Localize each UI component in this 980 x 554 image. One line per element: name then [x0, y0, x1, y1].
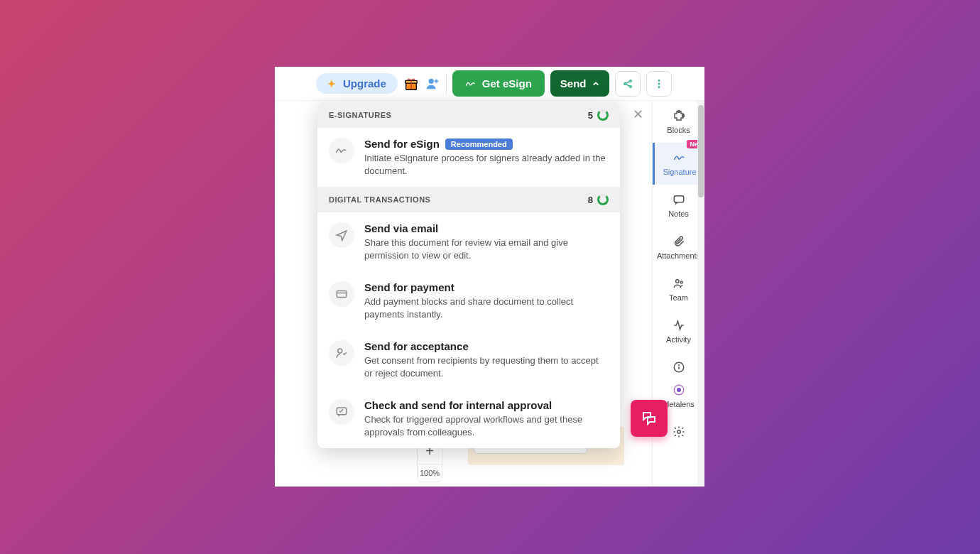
info-icon — [673, 361, 685, 374]
dd-item-title: Send for acceptance — [364, 340, 469, 352]
dd-section-count: 5 — [588, 109, 609, 121]
dd-send-for-esign[interactable]: Send for eSign Recommended Initiate eSig… — [317, 128, 620, 187]
activity-icon — [673, 319, 685, 332]
recommended-badge: Recommended — [445, 138, 513, 150]
dd-internal-approval[interactable]: Check and send for internal approval Che… — [317, 389, 620, 448]
signature-icon — [673, 151, 686, 164]
more-vertical-icon — [653, 78, 665, 89]
dd-item-desc: Get consent from recipients by requestin… — [364, 354, 609, 379]
share-icon — [622, 78, 633, 89]
svg-point-19 — [680, 281, 682, 283]
dd-section-label: DIGITAL TRANSACTIONS — [329, 195, 430, 204]
rail-team-label: Team — [669, 293, 688, 302]
close-panel-button[interactable]: ✕ — [633, 107, 643, 122]
upgrade-button[interactable]: Upgrade — [316, 73, 398, 94]
gift-icon[interactable] — [403, 76, 419, 92]
svg-rect-26 — [337, 291, 347, 298]
chat-bubbles-icon — [641, 410, 658, 427]
svg-point-22 — [678, 365, 679, 366]
dd-section-label: E-SIGNATURES — [329, 111, 391, 119]
dd-section-count: 8 — [588, 194, 609, 205]
dd-count-value: 5 — [588, 110, 593, 121]
send-dropdown: E-SIGNATURES 5 Send for eSign Recommende… — [317, 102, 620, 448]
dd-item-title: Send for payment — [364, 281, 454, 293]
progress-ring-icon — [597, 194, 609, 205]
approval-circle-icon — [329, 399, 354, 425]
team-icon — [673, 277, 685, 290]
rail-activity-label: Activity — [666, 335, 691, 344]
top-toolbar: Upgrade Get eSign Send — [275, 67, 704, 101]
zoom-value: 100% — [418, 464, 442, 482]
svg-line-9 — [626, 81, 629, 83]
rail-signature-label: Signature — [663, 168, 696, 176]
sparkle-icon — [327, 78, 339, 89]
chevron-up-icon — [592, 80, 599, 87]
svg-point-12 — [658, 82, 660, 85]
paperclip-icon — [673, 235, 685, 248]
get-esign-label: Get eSign — [482, 77, 532, 89]
dd-item-desc: Add payment blocks and share document to… — [364, 295, 609, 320]
rail-blocks-label: Blocks — [667, 126, 690, 134]
signature-circle-icon — [329, 138, 354, 163]
svg-point-28 — [338, 349, 342, 353]
dd-item-title: Check and send for internal approval — [364, 399, 552, 411]
rail-scrollbar[interactable] — [697, 101, 704, 487]
send-label: Send — [560, 77, 587, 89]
dd-item-desc: Check for triggered approval workflows a… — [364, 413, 609, 438]
progress-ring-icon — [597, 109, 609, 121]
rail-attachments-label: Attachments — [657, 251, 700, 260]
svg-point-18 — [675, 280, 679, 283]
svg-point-25 — [677, 430, 680, 434]
svg-point-13 — [658, 86, 660, 88]
toolbar-divider — [446, 73, 447, 94]
svg-line-10 — [626, 84, 629, 86]
svg-point-3 — [428, 78, 433, 83]
send-circle-icon — [329, 222, 354, 248]
dd-send-for-payment[interactable]: Send for payment Add payment blocks and … — [317, 271, 620, 330]
get-esign-button[interactable]: Get eSign — [452, 70, 545, 97]
dd-section-esignatures: E-SIGNATURES 5 — [317, 102, 620, 128]
dd-item-title: Send via email — [364, 222, 438, 234]
svg-point-8 — [629, 85, 631, 87]
chat-icon — [673, 193, 685, 206]
svg-point-6 — [624, 82, 626, 85]
card-circle-icon — [329, 281, 354, 307]
gear-icon — [673, 425, 685, 438]
dd-count-value: 8 — [588, 195, 593, 205]
metalens-icon — [673, 384, 685, 396]
dd-item-desc: Share this document for review via email… — [364, 237, 609, 261]
user-check-circle-icon — [329, 340, 354, 366]
svg-point-24 — [677, 388, 681, 392]
svg-point-11 — [658, 80, 660, 82]
svg-rect-17 — [674, 196, 684, 202]
dd-section-digital: DIGITAL TRANSACTIONS 8 — [317, 187, 620, 212]
add-user-icon[interactable] — [425, 76, 440, 92]
chat-fab[interactable] — [631, 400, 668, 437]
dd-send-for-acceptance[interactable]: Send for acceptance Get consent from rec… — [317, 330, 620, 389]
dd-item-desc: Initiate eSignature process for signers … — [364, 152, 609, 177]
rail-notes-label: Notes — [668, 210, 689, 218]
dd-send-via-email[interactable]: Send via email Share this document for r… — [317, 212, 620, 271]
more-button[interactable] — [646, 71, 672, 97]
signature-icon — [465, 80, 477, 88]
share-button[interactable] — [615, 71, 641, 97]
upgrade-label: Upgrade — [343, 77, 386, 89]
svg-point-7 — [629, 80, 631, 82]
dd-item-title: Send for eSign — [364, 138, 440, 150]
send-button[interactable]: Send — [550, 70, 609, 97]
puzzle-icon — [673, 109, 685, 122]
